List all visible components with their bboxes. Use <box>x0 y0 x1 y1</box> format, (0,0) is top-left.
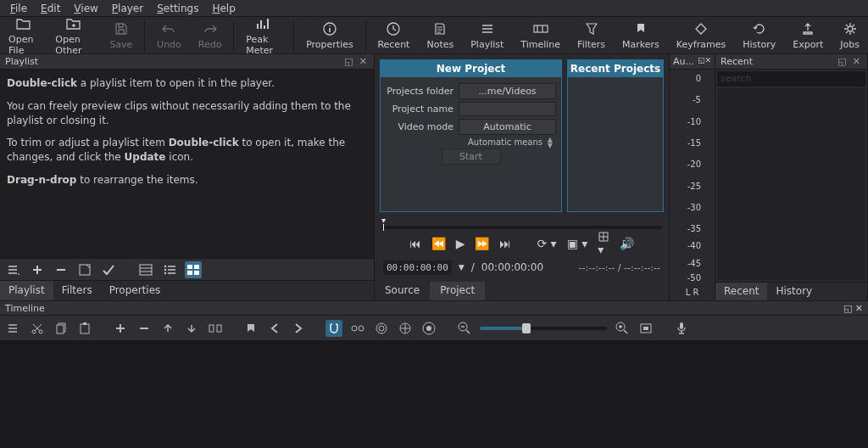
lift-icon[interactable] <box>159 320 176 337</box>
open-file-button[interactable]: Open File <box>0 14 47 58</box>
fast-forward-icon[interactable]: ⏩ <box>475 237 489 250</box>
view-details-icon[interactable] <box>137 261 154 278</box>
tab-playlist[interactable]: Playlist <box>0 281 53 300</box>
volume-icon[interactable]: 🔊 <box>620 237 634 250</box>
tab-project[interactable]: Project <box>430 282 485 300</box>
recent-projects-list[interactable] <box>568 77 663 211</box>
svg-rect-18 <box>209 325 214 332</box>
play-icon[interactable]: ▶ <box>456 237 465 250</box>
inout-timecode: --:--:--:-- / --:--:--:-- <box>579 262 660 273</box>
save-icon <box>114 20 128 37</box>
redo-button[interactable]: Redo <box>190 19 231 52</box>
view-list-icon[interactable] <box>161 261 178 278</box>
start-button[interactable]: Start <box>442 148 501 165</box>
recent-file-list[interactable] <box>717 88 865 280</box>
folder-open-icon <box>16 15 31 32</box>
svg-rect-5 <box>140 265 152 275</box>
timeline-button[interactable]: Timeline <box>512 19 569 52</box>
skip-start-icon[interactable]: ⏮ <box>409 237 421 250</box>
zoom-out-icon[interactable] <box>456 320 473 337</box>
projects-folder-button[interactable]: ...me/Videos <box>459 83 556 99</box>
zoom-slider[interactable] <box>480 327 607 330</box>
prev-marker-icon[interactable] <box>266 320 283 337</box>
peak-meter-button[interactable]: Peak Meter <box>237 14 290 58</box>
append-icon[interactable] <box>112 320 129 337</box>
keyframe-icon <box>694 20 708 37</box>
recent-button[interactable]: Recent <box>369 19 418 52</box>
ripple-markers-icon[interactable] <box>420 320 437 337</box>
dock-controls[interactable]: ◱ ✕ <box>837 56 862 67</box>
recent-search-input[interactable]: search <box>717 71 865 87</box>
history-button[interactable]: History <box>734 19 784 52</box>
project-name-input[interactable] <box>459 102 556 116</box>
paste-icon[interactable] <box>76 320 93 337</box>
timeline-panel-title: Timeline ◱ ✕ <box>0 300 868 316</box>
spinner-icon[interactable]: ▲▼ <box>548 137 553 148</box>
undo-icon <box>161 20 176 37</box>
record-audio-icon[interactable] <box>673 320 690 337</box>
menu-settings[interactable]: Settings <box>150 1 205 16</box>
undo-button[interactable]: Undo <box>148 19 190 52</box>
timeline-menu-icon[interactable] <box>5 320 22 337</box>
menubar: File Edit View Player Settings Help <box>0 0 868 17</box>
notes-button[interactable]: Notes <box>418 19 462 52</box>
overwrite-icon[interactable] <box>183 320 200 337</box>
ripple-all-icon[interactable] <box>397 320 414 337</box>
tab-recent[interactable]: Recent <box>715 283 767 300</box>
update-icon[interactable] <box>76 261 93 278</box>
keyframes-button[interactable]: Keyframes <box>668 19 734 52</box>
gear-icon <box>843 20 857 37</box>
split-icon[interactable] <box>207 320 224 337</box>
remove-icon[interactable] <box>136 320 153 337</box>
tab-filters[interactable]: Filters <box>53 281 101 300</box>
current-timecode-input[interactable]: 00:00:00:00 <box>383 260 452 275</box>
video-mode-select[interactable]: Automatic <box>459 119 556 135</box>
jobs-button[interactable]: Jobs <box>832 19 868 52</box>
ripple-icon[interactable] <box>373 320 390 337</box>
audio-lr-label: L R <box>670 284 715 300</box>
properties-button[interactable]: Properties <box>298 19 362 52</box>
video-mode-note: Automatic means ▲▼ <box>386 137 556 147</box>
skip-end-icon[interactable]: ⏭ <box>499 237 511 250</box>
dock-controls[interactable]: ◱ ✕ <box>344 56 369 67</box>
remove-icon[interactable] <box>53 261 70 278</box>
save-button[interactable]: Save <box>101 19 141 52</box>
add-icon[interactable] <box>29 261 46 278</box>
marker-add-icon[interactable] <box>242 320 259 337</box>
tab-history[interactable]: History <box>767 283 821 300</box>
cut-icon[interactable] <box>29 320 46 337</box>
zoom-fit-icon[interactable] <box>637 320 654 337</box>
tab-source[interactable]: Source <box>375 282 430 300</box>
rewind-icon[interactable]: ⏪ <box>431 237 446 250</box>
dock-controls[interactable]: ◱ ✕ <box>843 303 863 313</box>
info-icon <box>323 20 337 37</box>
preview-view-tabs: Source Project <box>375 282 669 300</box>
audio-meter-panel: Au... ◱✕ 0 -5 -10 -15 -20 -25 -30 -35 -4… <box>670 54 715 300</box>
next-marker-icon[interactable] <box>290 320 307 337</box>
snap-icon[interactable] <box>326 320 342 337</box>
bars-icon <box>256 15 271 32</box>
scrub-icon[interactable] <box>349 320 366 337</box>
dock-controls[interactable]: ◱✕ <box>698 56 711 67</box>
dropdown-icon[interactable]: ▼ <box>459 263 465 272</box>
copy-icon[interactable] <box>53 320 70 337</box>
left-dock-tabs: Playlist Filters Properties <box>0 280 374 300</box>
zoom-in-icon[interactable] <box>614 320 631 337</box>
view-tiles-icon[interactable] <box>185 261 202 278</box>
check-icon[interactable] <box>100 261 117 278</box>
playlist-button[interactable]: Playlist <box>462 19 512 52</box>
grid-icon[interactable]: ▾ <box>598 231 609 256</box>
seek-bar[interactable]: ▾ <box>380 217 664 229</box>
timeline-canvas[interactable] <box>0 341 868 448</box>
filters-button[interactable]: Filters <box>569 19 614 52</box>
markers-button[interactable]: Markers <box>614 19 668 52</box>
loop-icon[interactable]: ⟳ ▾ <box>537 237 556 250</box>
svg-point-3 <box>848 26 853 31</box>
marker-icon <box>636 20 646 37</box>
playlist-menu-icon[interactable] <box>5 261 22 278</box>
export-button[interactable]: Export <box>784 19 832 52</box>
zoom-fit-icon[interactable]: ▣ ▾ <box>567 237 588 250</box>
open-other-button[interactable]: Open Other <box>47 14 101 58</box>
menu-player[interactable]: Player <box>105 1 150 16</box>
tab-properties[interactable]: Properties <box>101 281 170 300</box>
